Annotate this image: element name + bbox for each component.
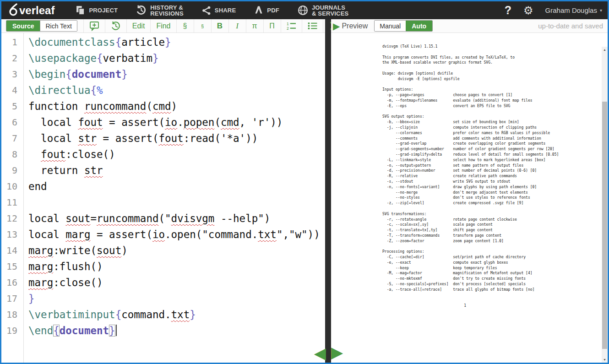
code-line[interactable]: 19\end{document} — [1, 322, 325, 338]
edit-button[interactable]: Edit — [126, 19, 151, 33]
code-token: article — [121, 36, 165, 48]
overleaf-app: verleaf PROJECTHISTORY &REVISIONSSHAREPD… — [0, 0, 609, 364]
pdf-page: dvisvgm (TeX Live) 1.15.1 This program c… — [382, 44, 559, 309]
code-line[interactable]: 16marg:close() — [1, 274, 325, 290]
find-button[interactable]: Find — [150, 19, 176, 33]
pdf-text-line: 1 — [382, 303, 559, 309]
scroll-up-icon[interactable]: ▲ — [602, 48, 608, 51]
code-line[interactable]: 1\documentclass{article} — [1, 34, 325, 50]
code-token: \verbatiminput — [28, 309, 115, 321]
auto-compile-button[interactable]: Auto — [406, 21, 432, 31]
code-token: local — [28, 228, 65, 240]
source-tab[interactable]: Source — [6, 21, 40, 31]
code-token: (" — [158, 212, 171, 224]
rich-text-tab[interactable]: Rich Text — [40, 21, 76, 31]
code-token: fout — [158, 132, 183, 144]
pdf-text-line: --no-mktexmf don't try to create missing… — [382, 276, 559, 282]
expand-preview-button[interactable]: ▶ — [333, 22, 340, 31]
code-token: } — [121, 68, 128, 80]
preview-scrollbar[interactable]: ▲ ▼ — [602, 47, 608, 363]
inline-math-button[interactable]: π — [246, 19, 263, 33]
line-number: 15 — [1, 261, 23, 272]
manual-compile-button[interactable]: Manual — [375, 21, 406, 31]
code-token: document — [72, 68, 121, 80]
code-line[interactable]: 13local marg = assert(io.open("command.t… — [1, 226, 325, 242]
code-token: :flush() — [53, 261, 103, 272]
bullet-list-button[interactable] — [302, 19, 323, 33]
line-number: 10 — [1, 181, 23, 192]
pane-divider[interactable] — [325, 19, 331, 363]
bullet-list-icon — [308, 22, 317, 30]
gear-icon[interactable]: ⚙ — [523, 5, 533, 16]
code-line[interactable]: 10end — [1, 178, 325, 194]
code-line[interactable]: 11 — [1, 194, 325, 210]
display-math-button[interactable]: Π — [263, 19, 281, 33]
scroll-down-icon[interactable]: ▼ — [602, 358, 608, 361]
code-line[interactable]: 4\directlua{% — [1, 82, 325, 98]
code-line[interactable]: 14marg:write(sout) — [1, 242, 325, 258]
pdf-text-line — [382, 65, 559, 71]
code-line[interactable]: 2\usepackage{verbatim} — [1, 50, 325, 66]
code-token: { — [65, 68, 72, 80]
code-line[interactable]: 18\verbatiminput{command.txt} — [1, 306, 325, 322]
pdf-text-line: -m, --fontmap=filenames evaluate (additi… — [382, 98, 559, 103]
user-menu[interactable]: Graham Douglas ▾ — [545, 6, 602, 14]
code-token: % — [97, 84, 103, 96]
nav-item-project[interactable]: PROJECT — [76, 5, 118, 15]
code-line[interactable]: 7 local str = assert(fout:read('*a')) — [1, 130, 325, 146]
expand-preview-bottom-button[interactable]: ▶ — [331, 344, 343, 360]
code-line[interactable]: 12local sout=runcommand("dvisvgm --help"… — [1, 210, 325, 226]
section-button[interactable]: § — [176, 19, 194, 33]
line-number: 4 — [1, 85, 23, 96]
code-token: local — [28, 116, 78, 128]
code-text: \documentclass{article} — [23, 36, 171, 48]
pdf-text-line: -j, --clipjoin compute intersection of c… — [382, 125, 559, 130]
bold-button[interactable]: B — [211, 19, 228, 33]
add-comment-button[interactable] — [83, 19, 105, 33]
code-line[interactable]: 17} — [1, 290, 325, 306]
text-cursor — [116, 325, 117, 336]
nav-item-pdf[interactable]: PDF — [254, 5, 279, 15]
subsection-button[interactable]: § — [194, 19, 211, 33]
help-button[interactable]: ? — [505, 4, 511, 17]
code-token — [28, 148, 41, 160]
code-line[interactable]: 5function runcommand(cmd) — [1, 98, 325, 114]
pdf-text-line: -M, --mag=factor magnification of Metafo… — [382, 271, 559, 276]
code-token: :close() — [65, 148, 115, 160]
pdf-text-line: SVG output options: — [382, 114, 559, 120]
code-token: document — [60, 325, 109, 337]
nav-item-history[interactable]: HISTORY &REVISIONS — [136, 5, 184, 16]
code-editor[interactable]: 1\documentclass{article}2\usepackage{ver… — [1, 33, 325, 363]
leaf-icon — [8, 3, 19, 18]
nav-item-share[interactable]: SHARE — [202, 6, 236, 15]
code-token: { — [90, 84, 97, 96]
pdf-text-line: -n, --no-fonts[=variant] draw glyphs by … — [382, 185, 559, 190]
code-token: = — [90, 212, 97, 224]
code-token: txt — [171, 309, 190, 321]
code-text: local marg = assert(io.open("command.txt… — [23, 228, 320, 240]
pdf-text-line: -p, --page=ranges choose pages to conver… — [382, 92, 559, 98]
pdf-text-line: -C, --cache[=dir] set/print path of cach… — [382, 255, 559, 260]
share-icon — [202, 6, 211, 15]
code-line[interactable]: 15marg:flush() — [1, 258, 325, 274]
history-icon — [136, 5, 147, 16]
svg-text:1: 1 — [287, 22, 289, 26]
code-line[interactable]: 6 local fout = assert(io.popen(cmd, 'r')… — [1, 114, 325, 130]
code-line[interactable]: 9 return str — [1, 162, 325, 178]
code-line[interactable]: 3\begin{document} — [1, 66, 325, 82]
code-token: \begin — [28, 68, 65, 80]
code-line[interactable]: 8 fout:close() — [1, 146, 325, 162]
numbered-list-button[interactable]: 12 — [281, 19, 302, 33]
pdf-text-line: -E, --eps convert an EPS file to SVG — [382, 103, 559, 109]
line-number: 17 — [1, 293, 23, 304]
restore-history-button[interactable] — [105, 19, 126, 33]
italic-button[interactable]: I — [228, 19, 246, 33]
scrollbar-thumb[interactable] — [602, 102, 607, 349]
code-token: { — [53, 325, 60, 337]
code-token: fout — [78, 116, 103, 128]
code-token: ","w")) — [277, 228, 320, 240]
overleaf-logo[interactable]: verleaf — [8, 3, 54, 18]
collapse-editor-bottom-button[interactable]: ◀ — [314, 345, 326, 361]
code-token: } — [190, 309, 196, 321]
nav-item-journals[interactable]: JOURNALS& SERVICES — [298, 5, 349, 16]
